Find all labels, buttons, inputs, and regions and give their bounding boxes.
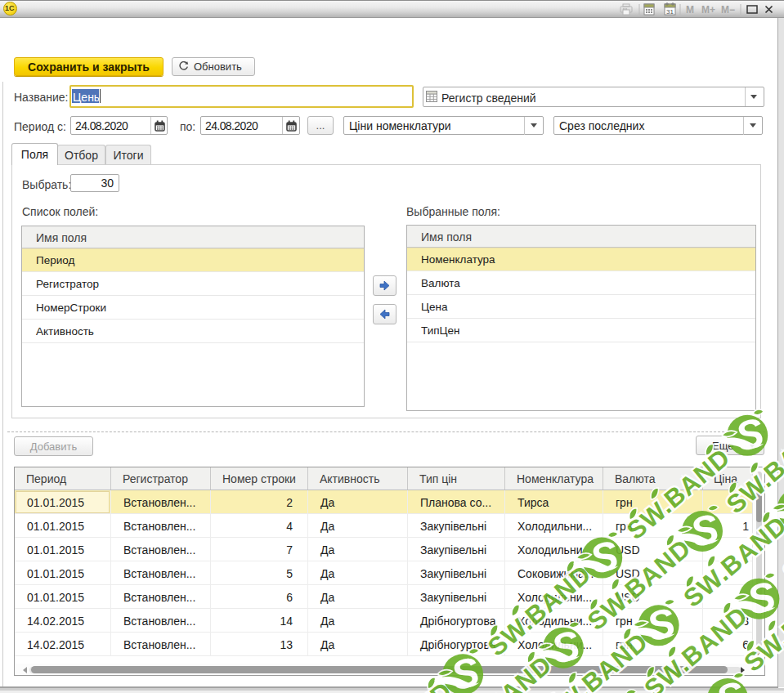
svg-text:M: M bbox=[686, 4, 694, 16]
svg-text:M−: M− bbox=[721, 4, 735, 16]
svg-text:M+: M+ bbox=[701, 4, 715, 16]
svg-text:31: 31 bbox=[666, 8, 674, 16]
